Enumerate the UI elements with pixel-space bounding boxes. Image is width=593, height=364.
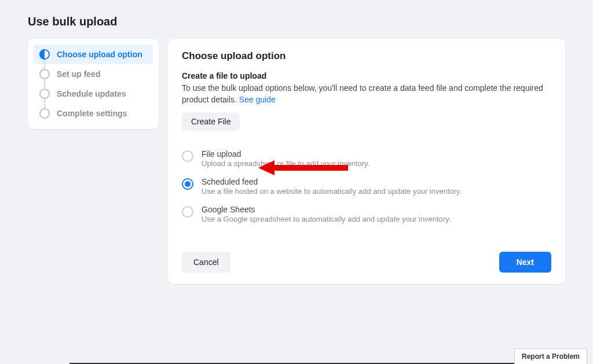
upload-options: File upload Upload a spreadsheet or file… — [182, 145, 551, 228]
option-title: Google Sheets — [202, 205, 551, 214]
create-file-section: Create a file to upload To use the bulk … — [182, 71, 551, 131]
option-content: Scheduled feed Use a file hosted on a we… — [202, 177, 551, 196]
step-connector-icon — [44, 100, 45, 108]
step-connector-icon — [44, 60, 45, 68]
step-choose-upload-option[interactable]: Choose upload option — [34, 45, 153, 64]
step-complete-settings[interactable]: Complete settings — [34, 104, 153, 123]
step-label: Set up feed — [57, 69, 100, 79]
option-description: Upload a spreadsheet or file to add your… — [202, 159, 551, 168]
layout: Choose upload option Set up feed Schedul… — [0, 28, 593, 284]
step-label: Complete settings — [57, 109, 127, 118]
see-guide-link[interactable]: See guide — [239, 95, 276, 104]
section-subtitle: Create a file to upload — [182, 71, 551, 80]
main-panel: Choose upload option Create a file to up… — [168, 39, 565, 284]
option-google-sheets[interactable]: Google Sheets Use a Google spreadsheet t… — [182, 200, 551, 228]
footer-actions: Cancel Next — [182, 241, 551, 273]
next-button[interactable]: Next — [499, 252, 551, 273]
create-file-button[interactable]: Create File — [182, 112, 240, 131]
step-circle-icon — [39, 69, 50, 79]
option-description: Use a file hosted on a website to automa… — [202, 187, 551, 196]
radio-icon[interactable] — [182, 178, 193, 190]
report-problem-button[interactable]: Report a Problem — [514, 348, 587, 364]
option-content: File upload Upload a spreadsheet or file… — [202, 149, 551, 168]
step-circle-icon — [39, 89, 50, 99]
option-description: Use a Google spreadsheet to automaticall… — [202, 215, 551, 223]
step-label: Schedule updates — [57, 89, 126, 98]
step-circle-icon — [39, 108, 50, 119]
option-content: Google Sheets Use a Google spreadsheet t… — [202, 205, 551, 223]
step-set-up-feed[interactable]: Set up feed — [34, 64, 153, 84]
option-scheduled-feed[interactable]: Scheduled feed Use a file hosted on a we… — [182, 172, 551, 200]
panel-title: Choose upload option — [182, 50, 551, 62]
sidebar: Choose upload option Set up feed Schedul… — [28, 39, 159, 129]
step-schedule-updates[interactable]: Schedule updates — [34, 84, 153, 104]
step-label: Choose upload option — [57, 50, 142, 59]
radio-icon[interactable] — [182, 150, 193, 162]
option-file-upload[interactable]: File upload Upload a spreadsheet or file… — [182, 145, 551, 172]
cancel-button[interactable]: Cancel — [182, 252, 230, 273]
step-progress-icon — [39, 49, 50, 60]
step-connector-icon — [44, 80, 45, 88]
option-title: File upload — [202, 149, 551, 159]
section-description: To use the bulk upload options below, yo… — [182, 83, 551, 105]
radio-icon[interactable] — [182, 206, 193, 218]
page-title: Use bulk upload — [0, 0, 593, 28]
option-title: Scheduled feed — [202, 177, 551, 186]
